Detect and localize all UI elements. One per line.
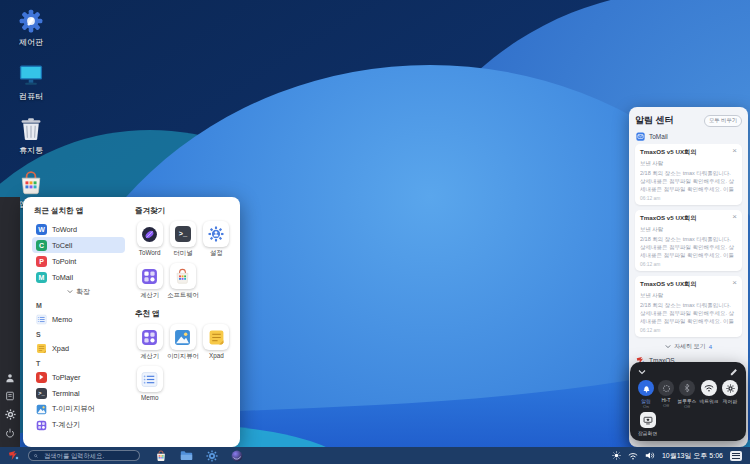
notification-body: 2/18 회의 장소는 tmax 타워홀입니다. 상세내용은 첨부파일 확인해주… bbox=[640, 301, 737, 326]
favorites-header: 즐겨찾기 bbox=[135, 206, 233, 216]
collapse-chevron-icon[interactable] bbox=[638, 369, 646, 375]
toggle-lock-screen[interactable]: 잠금화면 bbox=[638, 412, 657, 436]
search-icon bbox=[34, 453, 38, 459]
notification-sender: 보낸 사람 bbox=[640, 292, 737, 299]
memo-icon bbox=[36, 314, 47, 325]
image-viewer-icon bbox=[174, 329, 191, 346]
taskbar-search[interactable] bbox=[28, 450, 140, 461]
app-row-topoint[interactable]: P ToPoint bbox=[32, 253, 125, 269]
gear-icon bbox=[726, 384, 735, 393]
file-manager-icon[interactable] bbox=[180, 450, 193, 461]
app-label: Xpad bbox=[52, 344, 69, 353]
tomail-icon: M bbox=[36, 272, 47, 283]
expand-button[interactable]: 확장 bbox=[32, 285, 125, 298]
power-icon[interactable] bbox=[5, 428, 15, 438]
start-menu-app-list: 최근 설치한 앱 W ToWord C ToCell P ToPoint M T… bbox=[23, 197, 129, 447]
app-center-taskbar-icon[interactable] bbox=[155, 450, 167, 462]
edit-pencil-icon[interactable] bbox=[730, 368, 738, 376]
favorite-toword[interactable]: ToWord bbox=[133, 221, 166, 258]
favorite-label: 소프트웨어 bbox=[167, 291, 198, 300]
desktop-icon-computer[interactable]: 컴퓨터 bbox=[8, 62, 54, 102]
app-label: ToMail bbox=[52, 273, 73, 282]
settings-gear-icon bbox=[208, 226, 224, 242]
desktop-icon-label: 제어판 bbox=[19, 37, 43, 48]
image-viewer-icon bbox=[36, 404, 47, 415]
notification-time: 06:12 am bbox=[640, 328, 737, 333]
toggle-control-panel[interactable]: 제어판 bbox=[722, 380, 738, 409]
terminal-icon: >_ bbox=[36, 388, 47, 399]
app-row-calculator[interactable]: T-계산기 bbox=[32, 417, 125, 433]
favorite-label: 설정 bbox=[210, 249, 223, 258]
brightness-icon[interactable] bbox=[612, 451, 621, 460]
browser-icon[interactable] bbox=[231, 450, 243, 462]
lock-screen-icon bbox=[643, 416, 653, 425]
favorite-calculator[interactable]: 계산기 bbox=[133, 263, 166, 300]
favorite-label: ToWord bbox=[139, 249, 161, 256]
notification-card[interactable]: TmaxOS v5 UX회의 × 보낸 사람 2/18 회의 장소는 tmax … bbox=[635, 276, 742, 337]
notification-title: TmaxOS v5 UX회의 bbox=[640, 214, 696, 223]
notification-card[interactable]: TmaxOS v5 UX회의 × 보낸 사람 2/18 회의 장소는 tmax … bbox=[635, 144, 742, 205]
app-row-memo[interactable]: Memo bbox=[32, 311, 125, 327]
app-row-toword[interactable]: W ToWord bbox=[32, 221, 125, 237]
toggle-bluetooth[interactable]: 블루투스 Off bbox=[678, 380, 696, 409]
see-more-count: 4 bbox=[709, 344, 712, 350]
toggle-label: 제어판 bbox=[723, 398, 737, 404]
hi-t-icon bbox=[662, 384, 671, 393]
notification-panel-button[interactable] bbox=[730, 451, 742, 461]
close-icon[interactable]: × bbox=[732, 214, 737, 220]
favorite-terminal[interactable]: >_ 터미널 bbox=[166, 221, 199, 258]
search-input[interactable] bbox=[42, 451, 134, 460]
app-label: ToPlayer bbox=[52, 373, 80, 382]
recommended-calculator[interactable]: 계산기 bbox=[133, 324, 166, 361]
user-icon[interactable] bbox=[5, 373, 15, 383]
favorite-software[interactable]: 소프트웨어 bbox=[166, 263, 199, 300]
see-more-button[interactable]: 자세히 보기 4 bbox=[635, 342, 742, 351]
desktop-icon-trash[interactable]: 휴지통 bbox=[8, 116, 54, 156]
settings-taskbar-icon[interactable] bbox=[206, 450, 218, 462]
tmax-logo-icon[interactable] bbox=[8, 450, 19, 461]
toword-icon: W bbox=[36, 224, 47, 235]
toggle-notifications[interactable]: 알림 On bbox=[638, 380, 654, 409]
letter-header-m: M bbox=[36, 302, 125, 309]
desktop-icon-label: 휴지통 bbox=[19, 145, 43, 156]
toggle-hi-t[interactable]: Hi-T Off bbox=[658, 380, 674, 409]
close-icon[interactable]: × bbox=[732, 148, 737, 154]
notification-body: 2/18 회의 장소는 tmax 타워홀입니다. 상세내용은 첨부파일 확인해주… bbox=[640, 235, 737, 260]
favorite-settings[interactable]: 설정 bbox=[200, 221, 233, 258]
app-row-toplayer[interactable]: ToPlayer bbox=[32, 369, 125, 385]
toggle-state: Off bbox=[663, 403, 669, 408]
recommended-image-viewer[interactable]: 이미지뷰어 bbox=[166, 324, 199, 361]
clear-all-button[interactable]: 모두 비우기 bbox=[704, 115, 742, 127]
recommended-memo[interactable]: Memo bbox=[133, 366, 166, 401]
app-row-tocell[interactable]: C ToCell bbox=[32, 237, 125, 253]
recommended-xpad[interactable]: Xpad bbox=[200, 324, 233, 361]
volume-icon[interactable] bbox=[645, 451, 655, 460]
favorite-label: 터미널 bbox=[174, 249, 193, 258]
files-icon[interactable] bbox=[5, 391, 15, 401]
quick-settings-panel: 알림 On Hi-T Off 블루투스 Off bbox=[630, 362, 746, 441]
app-row-tomail[interactable]: M ToMail bbox=[32, 269, 125, 285]
wifi-icon[interactable] bbox=[628, 452, 638, 460]
app-row-xpad[interactable]: Xpad bbox=[32, 340, 125, 356]
toggle-network[interactable]: 네트워크 bbox=[700, 380, 718, 409]
notification-title: TmaxOS v5 UX회의 bbox=[640, 280, 696, 289]
recommended-label: 이미지뷰어 bbox=[167, 352, 198, 361]
notification-time: 06:12 am bbox=[640, 196, 737, 201]
settings-icon[interactable] bbox=[5, 409, 16, 420]
app-row-terminal[interactable]: >_ Terminal bbox=[32, 385, 125, 401]
tocell-icon: C bbox=[36, 240, 47, 251]
see-more-label: 자세히 보기 bbox=[674, 342, 706, 351]
desktop-icon-list: 제어판 컴퓨터 휴지통 bbox=[8, 8, 54, 210]
desktop-icon-control-panel[interactable]: 제어판 bbox=[8, 8, 54, 48]
clock-date[interactable]: 10월13일 오후 5:06 bbox=[662, 451, 723, 461]
close-icon[interactable]: × bbox=[732, 280, 737, 286]
expand-label: 확장 bbox=[76, 287, 90, 297]
app-label: T-계산기 bbox=[52, 420, 80, 430]
topoint-icon: P bbox=[36, 256, 47, 267]
notification-sender: 보낸 사람 bbox=[640, 160, 737, 167]
bell-icon bbox=[642, 384, 651, 393]
app-row-image-viewer[interactable]: T-이미지뷰어 bbox=[32, 401, 125, 417]
recent-apps-header: 최근 설치한 앱 bbox=[34, 206, 125, 216]
memo-icon bbox=[141, 371, 158, 388]
notification-card[interactable]: TmaxOS v5 UX회의 × 보낸 사람 2/18 회의 장소는 tmax … bbox=[635, 210, 742, 271]
